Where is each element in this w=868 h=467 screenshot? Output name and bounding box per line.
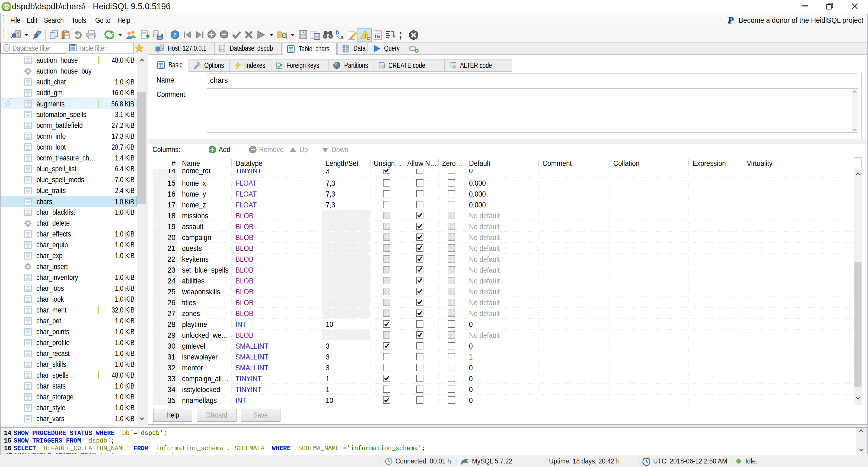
svg-text:b: b bbox=[336, 30, 339, 36]
svg-text:P: P bbox=[727, 15, 733, 25]
svg-text:?: ? bbox=[173, 31, 177, 38]
svg-text:a: a bbox=[340, 34, 344, 40]
svg-text:!: ! bbox=[364, 33, 366, 39]
svg-text:0x: 0x bbox=[375, 34, 381, 39]
svg-text:HS: HS bbox=[4, 5, 9, 9]
